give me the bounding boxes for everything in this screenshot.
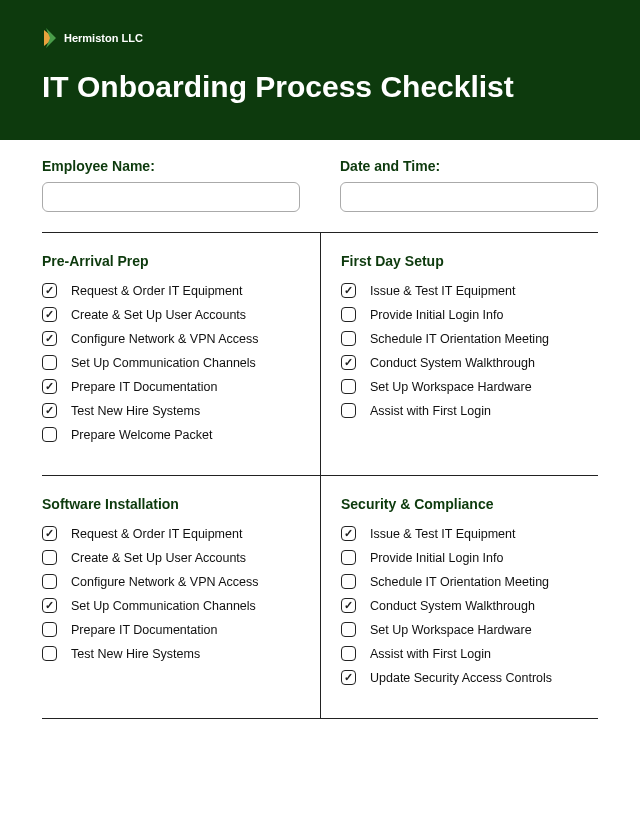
checklist-item: Issue & Test IT Equipment (341, 526, 598, 541)
checklist-item: Test New Hire Systems (42, 403, 300, 418)
date-time-input[interactable] (340, 182, 598, 212)
checklist-item: Conduct System Walkthrough (341, 598, 598, 613)
employee-name-input[interactable] (42, 182, 300, 212)
checkbox[interactable] (341, 403, 356, 418)
checklist-item: Set Up Communication Channels (42, 355, 300, 370)
checklist-item: Create & Set Up User Accounts (42, 307, 300, 322)
checklist-item-label: Prepare IT Documentation (71, 380, 217, 394)
date-time-field: Date and Time: (340, 158, 598, 212)
section-title: Security & Compliance (341, 496, 598, 512)
checklist-item: Prepare IT Documentation (42, 379, 300, 394)
checkbox[interactable] (341, 670, 356, 685)
checkbox[interactable] (42, 526, 57, 541)
checklist-item-label: Configure Network & VPN Access (71, 575, 259, 589)
section-software: Software InstallationRequest & Order IT … (42, 476, 320, 718)
divider (42, 718, 598, 719)
checkbox[interactable] (341, 598, 356, 613)
checklist-item-label: Set Up Communication Channels (71, 356, 256, 370)
checklist-item-label: Schedule IT Orientation Meeting (370, 332, 549, 346)
checkbox[interactable] (42, 550, 57, 565)
checkbox[interactable] (42, 379, 57, 394)
employee-name-field: Employee Name: (42, 158, 300, 212)
date-time-label: Date and Time: (340, 158, 598, 174)
checkbox[interactable] (341, 526, 356, 541)
checklist-item: Set Up Workspace Hardware (341, 622, 598, 637)
checklist-item-label: Request & Order IT Equipment (71, 284, 242, 298)
checkbox[interactable] (341, 355, 356, 370)
checkbox[interactable] (341, 331, 356, 346)
checklist-item-label: Update Security Access Controls (370, 671, 552, 685)
checklist-item: Prepare IT Documentation (42, 622, 300, 637)
checklist-item: Configure Network & VPN Access (42, 574, 300, 589)
checklist-item-label: Conduct System Walkthrough (370, 599, 535, 613)
checklist-item-label: Prepare IT Documentation (71, 623, 217, 637)
checklist-item-label: Test New Hire Systems (71, 647, 200, 661)
checklist-item: Assist with First Login (341, 403, 598, 418)
checklist-item: Provide Initial Login Info (341, 307, 598, 322)
checkbox[interactable] (42, 427, 57, 442)
checkbox[interactable] (42, 403, 57, 418)
checkbox[interactable] (42, 646, 57, 661)
logo-row: Hermiston LLC (42, 28, 598, 48)
checklist-item: Test New Hire Systems (42, 646, 300, 661)
checklist-item-label: Set Up Communication Channels (71, 599, 256, 613)
checklist-item-label: Create & Set Up User Accounts (71, 308, 246, 322)
checkbox[interactable] (42, 283, 57, 298)
checklist-item-label: Provide Initial Login Info (370, 551, 503, 565)
checklist-item: Create & Set Up User Accounts (42, 550, 300, 565)
employee-name-label: Employee Name: (42, 158, 300, 174)
checkbox[interactable] (341, 574, 356, 589)
logo-icon (42, 28, 56, 48)
checkbox[interactable] (42, 307, 57, 322)
checkbox[interactable] (341, 283, 356, 298)
checklist-item-label: Conduct System Walkthrough (370, 356, 535, 370)
checklist-item: Update Security Access Controls (341, 670, 598, 685)
checkbox[interactable] (42, 574, 57, 589)
checkbox[interactable] (341, 646, 356, 661)
checklist-item-label: Schedule IT Orientation Meeting (370, 575, 549, 589)
checklist-item: Schedule IT Orientation Meeting (341, 331, 598, 346)
checklist-item: Configure Network & VPN Access (42, 331, 300, 346)
checkbox[interactable] (42, 331, 57, 346)
checklist-item: Assist with First Login (341, 646, 598, 661)
form-row: Employee Name: Date and Time: (0, 140, 640, 232)
checklist-item-label: Request & Order IT Equipment (71, 527, 242, 541)
checklist-item: Conduct System Walkthrough (341, 355, 598, 370)
checklist-item-label: Set Up Workspace Hardware (370, 380, 532, 394)
checklist-item-label: Configure Network & VPN Access (71, 332, 259, 346)
checklist-item: Schedule IT Orientation Meeting (341, 574, 598, 589)
section-pre-arrival: Pre-Arrival PrepRequest & Order IT Equip… (42, 233, 320, 475)
checklist-item-label: Prepare Welcome Packet (71, 428, 213, 442)
checklist-item-label: Set Up Workspace Hardware (370, 623, 532, 637)
checklist-item-label: Provide Initial Login Info (370, 308, 503, 322)
section-security: Security & ComplianceIssue & Test IT Equ… (320, 476, 598, 718)
checklist-item-label: Create & Set Up User Accounts (71, 551, 246, 565)
checkbox[interactable] (341, 307, 356, 322)
header: Hermiston LLC IT Onboarding Process Chec… (0, 0, 640, 140)
checkbox[interactable] (341, 550, 356, 565)
grid-bottom: Software InstallationRequest & Order IT … (0, 476, 640, 718)
checklist-item-label: Assist with First Login (370, 404, 491, 418)
page-title: IT Onboarding Process Checklist (42, 70, 598, 104)
checklist-item: Prepare Welcome Packet (42, 427, 300, 442)
checklist-item-label: Test New Hire Systems (71, 404, 200, 418)
checklist-item: Request & Order IT Equipment (42, 526, 300, 541)
company-name: Hermiston LLC (64, 32, 143, 44)
checklist-item-label: Assist with First Login (370, 647, 491, 661)
section-first-day: First Day SetupIssue & Test IT Equipment… (320, 233, 598, 475)
checkbox[interactable] (42, 355, 57, 370)
checklist-item: Issue & Test IT Equipment (341, 283, 598, 298)
section-title: First Day Setup (341, 253, 598, 269)
checkbox[interactable] (341, 379, 356, 394)
section-title: Software Installation (42, 496, 300, 512)
checklist-item: Set Up Communication Channels (42, 598, 300, 613)
checklist-item-label: Issue & Test IT Equipment (370, 284, 515, 298)
checklist-item: Request & Order IT Equipment (42, 283, 300, 298)
checklist-item: Set Up Workspace Hardware (341, 379, 598, 394)
grid-top: Pre-Arrival PrepRequest & Order IT Equip… (0, 233, 640, 475)
checklist-item-label: Issue & Test IT Equipment (370, 527, 515, 541)
checkbox[interactable] (341, 622, 356, 637)
checklist-item: Provide Initial Login Info (341, 550, 598, 565)
checkbox[interactable] (42, 622, 57, 637)
checkbox[interactable] (42, 598, 57, 613)
